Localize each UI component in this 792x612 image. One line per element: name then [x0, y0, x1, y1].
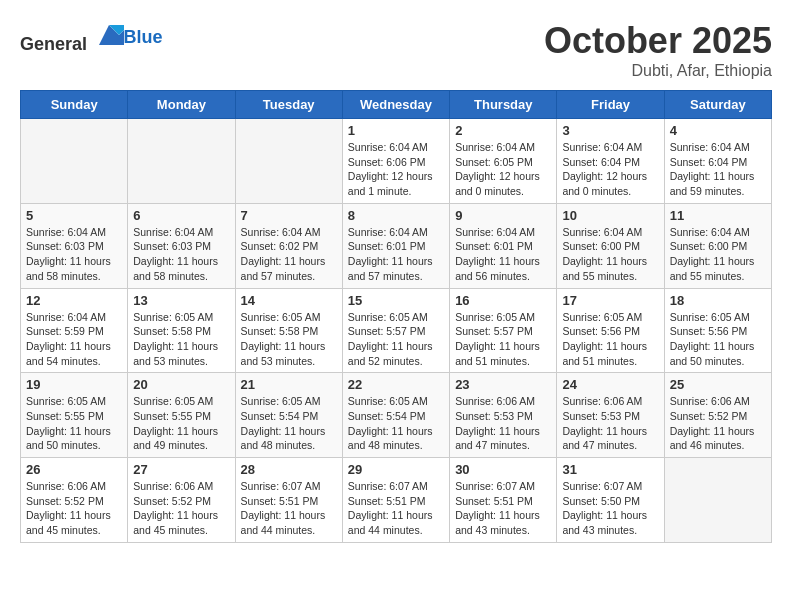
- day-number: 13: [133, 293, 229, 308]
- day-info: Sunrise: 6:05 AM Sunset: 5:58 PM Dayligh…: [241, 310, 337, 369]
- day-number: 7: [241, 208, 337, 223]
- calendar-cell: 15Sunrise: 6:05 AM Sunset: 5:57 PM Dayli…: [342, 288, 449, 373]
- day-header-saturday: Saturday: [664, 91, 771, 119]
- day-number: 26: [26, 462, 122, 477]
- day-info: Sunrise: 6:05 AM Sunset: 5:57 PM Dayligh…: [455, 310, 551, 369]
- calendar-cell: 5Sunrise: 6:04 AM Sunset: 6:03 PM Daylig…: [21, 203, 128, 288]
- day-number: 19: [26, 377, 122, 392]
- logo-general: General: [20, 34, 87, 54]
- calendar-cell: 14Sunrise: 6:05 AM Sunset: 5:58 PM Dayli…: [235, 288, 342, 373]
- day-info: Sunrise: 6:06 AM Sunset: 5:52 PM Dayligh…: [26, 479, 122, 538]
- day-info: Sunrise: 6:04 AM Sunset: 6:00 PM Dayligh…: [562, 225, 658, 284]
- calendar-cell: 26Sunrise: 6:06 AM Sunset: 5:52 PM Dayli…: [21, 458, 128, 543]
- day-info: Sunrise: 6:05 AM Sunset: 5:56 PM Dayligh…: [562, 310, 658, 369]
- calendar-cell: 2Sunrise: 6:04 AM Sunset: 6:05 PM Daylig…: [450, 119, 557, 204]
- day-info: Sunrise: 6:04 AM Sunset: 6:00 PM Dayligh…: [670, 225, 766, 284]
- day-number: 31: [562, 462, 658, 477]
- logo-blue: Blue: [124, 27, 163, 47]
- day-header-monday: Monday: [128, 91, 235, 119]
- calendar-cell: 18Sunrise: 6:05 AM Sunset: 5:56 PM Dayli…: [664, 288, 771, 373]
- day-info: Sunrise: 6:05 AM Sunset: 5:56 PM Dayligh…: [670, 310, 766, 369]
- day-header-friday: Friday: [557, 91, 664, 119]
- day-header-thursday: Thursday: [450, 91, 557, 119]
- day-number: 27: [133, 462, 229, 477]
- month-title: October 2025: [544, 20, 772, 62]
- calendar-cell: 23Sunrise: 6:06 AM Sunset: 5:53 PM Dayli…: [450, 373, 557, 458]
- day-number: 11: [670, 208, 766, 223]
- day-info: Sunrise: 6:06 AM Sunset: 5:52 PM Dayligh…: [133, 479, 229, 538]
- calendar-cell: 31Sunrise: 6:07 AM Sunset: 5:50 PM Dayli…: [557, 458, 664, 543]
- calendar-cell: 21Sunrise: 6:05 AM Sunset: 5:54 PM Dayli…: [235, 373, 342, 458]
- day-number: 18: [670, 293, 766, 308]
- calendar-cell: 20Sunrise: 6:05 AM Sunset: 5:55 PM Dayli…: [128, 373, 235, 458]
- day-info: Sunrise: 6:04 AM Sunset: 6:01 PM Dayligh…: [348, 225, 444, 284]
- calendar-week-3: 12Sunrise: 6:04 AM Sunset: 5:59 PM Dayli…: [21, 288, 772, 373]
- calendar-cell: [235, 119, 342, 204]
- calendar-cell: [21, 119, 128, 204]
- calendar-cell: 17Sunrise: 6:05 AM Sunset: 5:56 PM Dayli…: [557, 288, 664, 373]
- calendar-week-5: 26Sunrise: 6:06 AM Sunset: 5:52 PM Dayli…: [21, 458, 772, 543]
- calendar-cell: [128, 119, 235, 204]
- calendar-week-4: 19Sunrise: 6:05 AM Sunset: 5:55 PM Dayli…: [21, 373, 772, 458]
- day-number: 23: [455, 377, 551, 392]
- day-info: Sunrise: 6:04 AM Sunset: 6:05 PM Dayligh…: [455, 140, 551, 199]
- day-number: 21: [241, 377, 337, 392]
- calendar-cell: 10Sunrise: 6:04 AM Sunset: 6:00 PM Dayli…: [557, 203, 664, 288]
- calendar-week-2: 5Sunrise: 6:04 AM Sunset: 6:03 PM Daylig…: [21, 203, 772, 288]
- calendar-cell: 28Sunrise: 6:07 AM Sunset: 5:51 PM Dayli…: [235, 458, 342, 543]
- calendar-cell: 25Sunrise: 6:06 AM Sunset: 5:52 PM Dayli…: [664, 373, 771, 458]
- day-info: Sunrise: 6:04 AM Sunset: 6:03 PM Dayligh…: [26, 225, 122, 284]
- day-number: 5: [26, 208, 122, 223]
- calendar-cell: 22Sunrise: 6:05 AM Sunset: 5:54 PM Dayli…: [342, 373, 449, 458]
- day-info: Sunrise: 6:07 AM Sunset: 5:50 PM Dayligh…: [562, 479, 658, 538]
- day-info: Sunrise: 6:06 AM Sunset: 5:53 PM Dayligh…: [562, 394, 658, 453]
- calendar-cell: 11Sunrise: 6:04 AM Sunset: 6:00 PM Dayli…: [664, 203, 771, 288]
- day-number: 29: [348, 462, 444, 477]
- day-info: Sunrise: 6:04 AM Sunset: 6:03 PM Dayligh…: [133, 225, 229, 284]
- day-info: Sunrise: 6:07 AM Sunset: 5:51 PM Dayligh…: [455, 479, 551, 538]
- day-number: 2: [455, 123, 551, 138]
- day-info: Sunrise: 6:04 AM Sunset: 6:06 PM Dayligh…: [348, 140, 444, 199]
- day-number: 16: [455, 293, 551, 308]
- day-info: Sunrise: 6:07 AM Sunset: 5:51 PM Dayligh…: [348, 479, 444, 538]
- day-info: Sunrise: 6:07 AM Sunset: 5:51 PM Dayligh…: [241, 479, 337, 538]
- day-number: 1: [348, 123, 444, 138]
- calendar-cell: 12Sunrise: 6:04 AM Sunset: 5:59 PM Dayli…: [21, 288, 128, 373]
- day-info: Sunrise: 6:05 AM Sunset: 5:57 PM Dayligh…: [348, 310, 444, 369]
- day-number: 25: [670, 377, 766, 392]
- day-number: 8: [348, 208, 444, 223]
- calendar-cell: 6Sunrise: 6:04 AM Sunset: 6:03 PM Daylig…: [128, 203, 235, 288]
- calendar-cell: 24Sunrise: 6:06 AM Sunset: 5:53 PM Dayli…: [557, 373, 664, 458]
- day-number: 30: [455, 462, 551, 477]
- day-info: Sunrise: 6:04 AM Sunset: 5:59 PM Dayligh…: [26, 310, 122, 369]
- day-number: 10: [562, 208, 658, 223]
- logo: General Blue: [20, 20, 163, 55]
- day-info: Sunrise: 6:04 AM Sunset: 6:04 PM Dayligh…: [562, 140, 658, 199]
- day-info: Sunrise: 6:04 AM Sunset: 6:01 PM Dayligh…: [455, 225, 551, 284]
- calendar-cell: 7Sunrise: 6:04 AM Sunset: 6:02 PM Daylig…: [235, 203, 342, 288]
- calendar-cell: 19Sunrise: 6:05 AM Sunset: 5:55 PM Dayli…: [21, 373, 128, 458]
- day-number: 9: [455, 208, 551, 223]
- calendar-cell: 30Sunrise: 6:07 AM Sunset: 5:51 PM Dayli…: [450, 458, 557, 543]
- day-number: 14: [241, 293, 337, 308]
- calendar-table: SundayMondayTuesdayWednesdayThursdayFrid…: [20, 90, 772, 543]
- day-number: 17: [562, 293, 658, 308]
- title-section: October 2025 Dubti, Afar, Ethiopia: [544, 20, 772, 80]
- day-number: 3: [562, 123, 658, 138]
- calendar-cell: 3Sunrise: 6:04 AM Sunset: 6:04 PM Daylig…: [557, 119, 664, 204]
- calendar-cell: [664, 458, 771, 543]
- day-number: 28: [241, 462, 337, 477]
- calendar-week-1: 1Sunrise: 6:04 AM Sunset: 6:06 PM Daylig…: [21, 119, 772, 204]
- logo-icon: [94, 20, 124, 50]
- location-title: Dubti, Afar, Ethiopia: [544, 62, 772, 80]
- day-info: Sunrise: 6:05 AM Sunset: 5:55 PM Dayligh…: [26, 394, 122, 453]
- day-info: Sunrise: 6:05 AM Sunset: 5:58 PM Dayligh…: [133, 310, 229, 369]
- day-header-wednesday: Wednesday: [342, 91, 449, 119]
- day-header-sunday: Sunday: [21, 91, 128, 119]
- calendar-cell: 1Sunrise: 6:04 AM Sunset: 6:06 PM Daylig…: [342, 119, 449, 204]
- calendar-header-row: SundayMondayTuesdayWednesdayThursdayFrid…: [21, 91, 772, 119]
- day-number: 22: [348, 377, 444, 392]
- day-info: Sunrise: 6:05 AM Sunset: 5:54 PM Dayligh…: [348, 394, 444, 453]
- day-info: Sunrise: 6:06 AM Sunset: 5:53 PM Dayligh…: [455, 394, 551, 453]
- day-info: Sunrise: 6:04 AM Sunset: 6:04 PM Dayligh…: [670, 140, 766, 199]
